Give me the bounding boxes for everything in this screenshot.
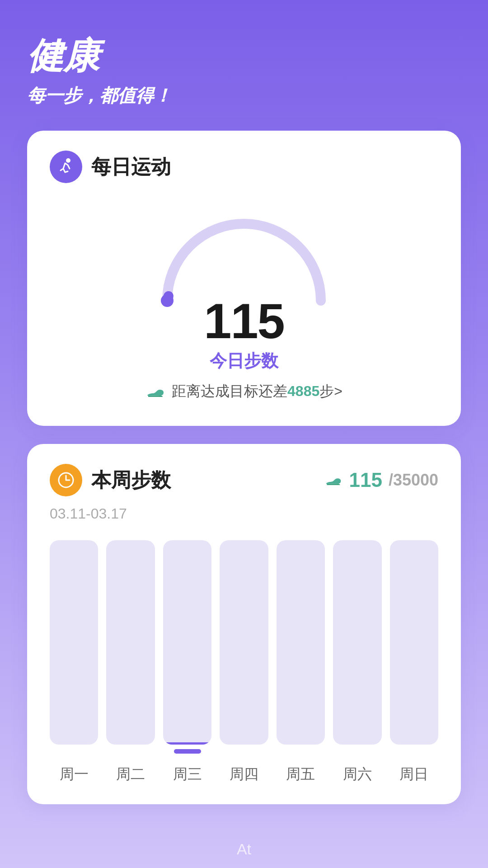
daily-exercise-card: 每日运动 115 今日步数 距离达成 bbox=[27, 131, 461, 426]
bar-track bbox=[50, 540, 98, 745]
shoe-icon bbox=[145, 382, 165, 401]
bar-column: 周三 bbox=[163, 540, 211, 784]
bar-chart: 周一周二周三周四周五周六周日 bbox=[50, 540, 438, 784]
daily-card-title: 每日运动 bbox=[91, 154, 171, 180]
svg-point-1 bbox=[161, 294, 174, 307]
daily-icon-circle bbox=[50, 151, 82, 183]
bar-column: 周日 bbox=[390, 540, 438, 784]
bar-day-label: 周二 bbox=[116, 764, 145, 784]
bar-column: 周四 bbox=[220, 540, 268, 784]
weekly-icon-circle bbox=[50, 464, 82, 496]
steps-goal-highlight: 4885 bbox=[287, 383, 319, 399]
page-subtitle: 每一步，都值得！ bbox=[27, 83, 461, 108]
daily-card-header: 每日运动 bbox=[50, 151, 438, 183]
svg-point-0 bbox=[66, 158, 70, 163]
weekly-steps-card: 本周步数 115 /35000 03.11-03.17 周一周二周三周四周五周六… bbox=[27, 444, 461, 804]
page-container: 健康 每一步，都值得！ 每日运动 bbox=[0, 0, 488, 868]
page-title: 健康 bbox=[27, 36, 461, 76]
bar-column: 周二 bbox=[106, 540, 155, 784]
bar-day-label: 周五 bbox=[286, 764, 315, 784]
header: 健康 每一步，都值得！ bbox=[27, 36, 461, 131]
bar-column: 周六 bbox=[333, 540, 381, 784]
steps-goal-row: 距离达成目标还差4885步> bbox=[145, 382, 343, 401]
bar-track bbox=[163, 540, 211, 745]
gauge-container: 115 今日步数 距离达成目标还差4885步> bbox=[50, 192, 438, 406]
weekly-date-range: 03.11-03.17 bbox=[50, 505, 438, 522]
bar-track bbox=[333, 540, 381, 745]
weekly-shoe-icon bbox=[324, 471, 343, 489]
bottom-label: At bbox=[27, 822, 461, 858]
weekly-card-header: 本周步数 115 /35000 bbox=[50, 464, 438, 496]
bar-fill bbox=[163, 742, 211, 745]
bar-day-label: 周一 bbox=[60, 764, 89, 784]
steps-goal-text: 距离达成目标还差4885步> bbox=[172, 382, 343, 401]
bar-day-label: 周三 bbox=[173, 764, 202, 784]
weekly-title-row: 本周步数 bbox=[50, 464, 171, 496]
bar-active-indicator bbox=[174, 749, 201, 754]
daily-steps-label: 今日步数 bbox=[210, 349, 278, 373]
weekly-total-steps: /35000 bbox=[389, 471, 438, 490]
daily-title-row: 每日运动 bbox=[50, 151, 171, 183]
weekly-current-steps: 115 bbox=[349, 469, 382, 491]
bar-column: 周五 bbox=[277, 540, 325, 784]
bar-track bbox=[220, 540, 268, 745]
bar-track bbox=[106, 540, 155, 745]
weekly-card-title: 本周步数 bbox=[91, 467, 171, 494]
bar-track bbox=[390, 540, 438, 745]
runner-icon bbox=[56, 157, 76, 177]
bar-day-label: 周日 bbox=[399, 764, 428, 784]
daily-steps-number: 115 bbox=[204, 296, 284, 346]
bar-day-label: 周六 bbox=[343, 764, 372, 784]
bar-day-label: 周四 bbox=[230, 764, 258, 784]
clock-icon bbox=[56, 470, 76, 490]
bar-column: 周一 bbox=[50, 540, 98, 784]
bar-track bbox=[277, 540, 325, 745]
weekly-steps-value: 115 /35000 bbox=[324, 469, 438, 491]
